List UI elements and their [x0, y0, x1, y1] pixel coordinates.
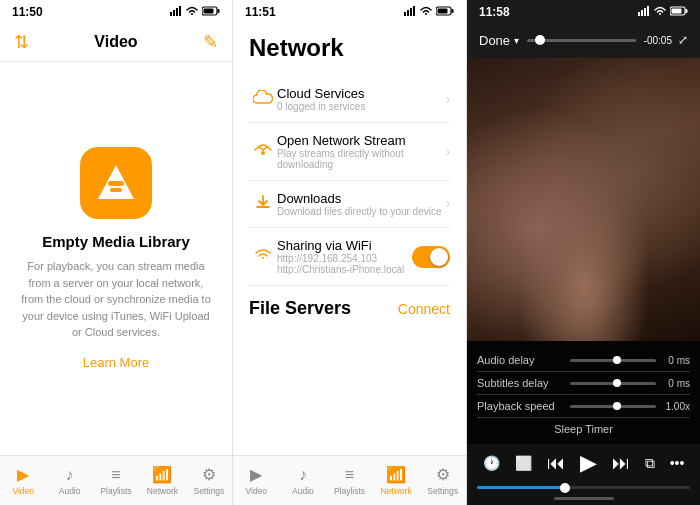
battery-icon: [202, 6, 220, 18]
sleep-timer-label: Sleep Timer: [554, 423, 613, 435]
playback-speed-slider[interactable]: [570, 405, 657, 408]
tab-audio-2[interactable]: ♪ Audio: [280, 456, 327, 505]
settings-tab-icon: ⚙: [202, 465, 216, 484]
video-nav-bar: ⇅ Video ✎: [0, 22, 232, 62]
svg-rect-11: [407, 10, 409, 16]
playback-speed-thumb: [613, 402, 621, 410]
tab-settings-label-2: Settings: [427, 486, 458, 496]
tab-playlists-2[interactable]: ≡ Playlists: [326, 456, 373, 505]
next-icon[interactable]: ⏭: [612, 453, 630, 474]
time-2: 11:51: [245, 5, 276, 19]
downloads-item[interactable]: Downloads Download files directly to you…: [249, 181, 450, 228]
tab-audio-1[interactable]: ♪ Audio: [46, 456, 92, 505]
downloads-sub: Download files directly to your device: [277, 206, 446, 217]
svg-rect-10: [404, 12, 406, 16]
svg-rect-16: [438, 9, 448, 14]
signal-icon: [170, 6, 182, 18]
audio-delay-label: Audio delay: [477, 354, 564, 366]
status-icons-1: [170, 6, 220, 18]
audio-delay-thumb: [613, 356, 621, 364]
tab-video-2[interactable]: ▶ Video: [233, 456, 280, 505]
sort-icon[interactable]: ⇅: [14, 31, 29, 53]
done-label: Done: [479, 33, 510, 48]
network-tab-icon-2: 📶: [386, 465, 406, 484]
status-icons-2: [404, 6, 454, 18]
svg-rect-15: [452, 9, 454, 13]
timer-icon[interactable]: 🕐: [483, 455, 500, 471]
network-tab-icon: 📶: [152, 465, 172, 484]
cloud-services-chevron: ›: [446, 92, 450, 106]
sharing-wifi-toggle[interactable]: [412, 246, 450, 268]
progress-fill: [477, 486, 562, 489]
open-stream-label: Open Network Stream: [277, 133, 446, 148]
sharing-wifi-item: Sharing via WiFi http://192.168.254.103 …: [249, 228, 450, 286]
tab-audio-label-1: Audio: [59, 486, 81, 496]
tab-video-1[interactable]: ▶ Video: [0, 456, 46, 505]
downloads-label: Downloads: [277, 191, 446, 206]
sharing-wifi-icon: [249, 248, 277, 266]
sharing-wifi-text: Sharing via WiFi http://192.168.254.103 …: [277, 238, 412, 275]
tab-video-label-1: Video: [12, 486, 34, 496]
prev-icon[interactable]: ⏮: [547, 453, 565, 474]
subtitles-delay-slider[interactable]: [570, 382, 657, 385]
subtitles-delay-row: Subtitles delay 0 ms: [477, 372, 690, 395]
svg-rect-2: [176, 8, 178, 16]
file-servers-label: File Servers: [249, 298, 351, 319]
network-body: Network Cloud Services 0 logged in servi…: [233, 22, 466, 455]
svg-rect-19: [641, 10, 643, 16]
open-network-stream-item[interactable]: Open Network Stream Play streams directl…: [249, 123, 450, 181]
controls-overlay: Audio delay 0 ms Subtitles delay 0 ms Pl…: [467, 341, 700, 444]
player-top-bar: Done ▾ -00:05 ⤢: [467, 22, 700, 58]
seek-thumb: [535, 35, 545, 45]
progress-track[interactable]: [477, 486, 690, 489]
tab-settings-label-1: Settings: [193, 486, 224, 496]
svg-rect-13: [413, 6, 415, 16]
svg-rect-6: [204, 9, 214, 14]
network-heading: Network: [249, 34, 450, 62]
open-stream-sub: Play streams directly without downloadin…: [277, 148, 446, 170]
cloud-services-label: Cloud Services: [277, 86, 446, 101]
tab-network-1[interactable]: 📶 Network: [139, 456, 185, 505]
learn-more-link[interactable]: Learn More: [83, 355, 149, 370]
progress-bar-row: [467, 482, 700, 491]
expand-icon[interactable]: ⤢: [678, 33, 688, 47]
wifi-icon-3: [654, 6, 666, 18]
cloud-services-item[interactable]: Cloud Services 0 logged in services ›: [249, 76, 450, 123]
tab-network-label-2: Network: [380, 486, 411, 496]
subtitles-delay-thumb: [613, 379, 621, 387]
more-icon[interactable]: •••: [670, 455, 685, 471]
svg-point-17: [261, 151, 265, 155]
battery-icon-3: [670, 6, 688, 18]
playback-speed-value: 1.00x: [662, 401, 690, 412]
seek-track: [527, 39, 636, 42]
svg-rect-9: [110, 188, 122, 192]
vlc-logo: [80, 147, 152, 219]
tab-settings-2[interactable]: ⚙ Settings: [419, 456, 466, 505]
svg-rect-5: [218, 9, 220, 13]
tab-settings-1[interactable]: ⚙ Settings: [186, 456, 232, 505]
playback-speed-row: Playback speed 1.00x: [477, 395, 690, 417]
done-button[interactable]: Done ▾: [479, 33, 519, 48]
playback-controls: 🕐 ⬜ ⏮ ▶ ⏭ ⧉ •••: [467, 444, 700, 482]
caption-icon[interactable]: ⧉: [645, 455, 655, 472]
playback-speed-label: Playback speed: [477, 400, 564, 412]
time-remaining: -00:05: [644, 35, 672, 46]
connect-link[interactable]: Connect: [398, 301, 450, 317]
video-panel: 11:50 ⇅ Video ✎ Em: [0, 0, 233, 505]
svg-rect-20: [644, 8, 646, 16]
tab-network-2[interactable]: 📶 Network: [373, 456, 420, 505]
seek-bar[interactable]: [527, 39, 636, 42]
play-icon[interactable]: ▶: [580, 450, 597, 476]
file-servers-row: File Servers Connect: [249, 286, 450, 325]
tab-playlists-1[interactable]: ≡ Playlists: [93, 456, 139, 505]
audio-delay-slider[interactable]: [570, 359, 657, 362]
screen-icon[interactable]: ⬜: [515, 455, 532, 471]
svg-rect-24: [672, 9, 682, 14]
audio-delay-value: 0 ms: [662, 355, 690, 366]
compose-icon[interactable]: ✎: [203, 31, 218, 53]
sharing-wifi-label: Sharing via WiFi: [277, 238, 412, 253]
cloud-services-text: Cloud Services 0 logged in services: [277, 86, 446, 112]
tab-playlists-label-1: Playlists: [100, 486, 131, 496]
svg-rect-18: [638, 12, 640, 16]
subtitles-delay-value: 0 ms: [662, 378, 690, 389]
